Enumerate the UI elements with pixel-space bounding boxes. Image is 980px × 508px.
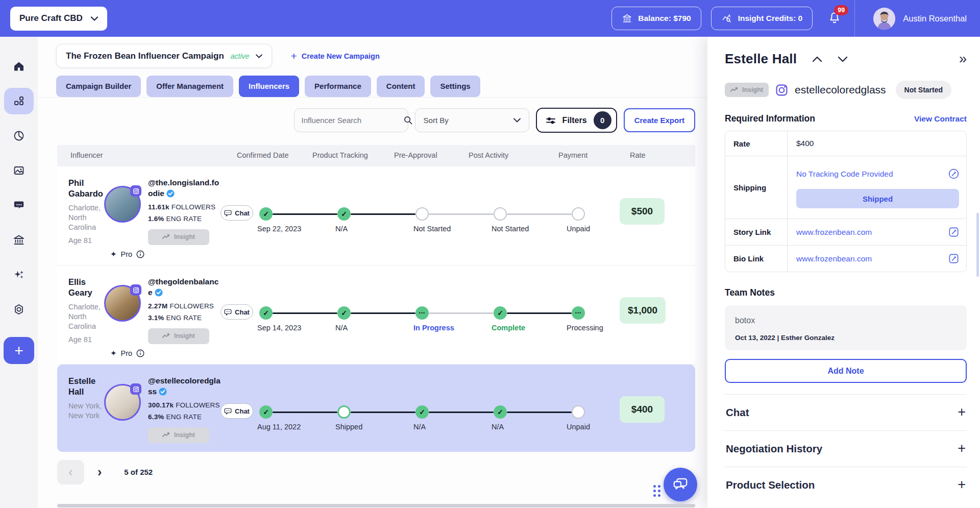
sidebar-item-home[interactable] (4, 53, 34, 80)
sidebar-item-analytics[interactable] (4, 123, 34, 149)
timeline-label: N/A (335, 324, 348, 332)
story-link-row: Story Link www.frozenbean.com (725, 219, 966, 246)
tab-offer-management[interactable]: Offer Management (146, 76, 233, 97)
bio-link-label: Bio Link (725, 246, 788, 272)
insight-button[interactable]: Insight (148, 328, 209, 344)
accordion-product-selection[interactable]: Product Selection + (725, 467, 967, 503)
team-note-card: botox Oct 13, 2022 | Esther Gonzalez (725, 305, 967, 350)
table-row[interactable]: Ellis Geary Charlotte, North Carolina Ag… (57, 265, 695, 365)
table-header: Influencer Confirmed Date Product Tracki… (57, 145, 695, 166)
filters-count-badge: 0 (594, 111, 611, 129)
tab-performance[interactable]: Performance (305, 76, 371, 97)
user-menu[interactable]: Austin Rosenthal (873, 8, 967, 30)
tab-settings[interactable]: Settings (430, 76, 480, 97)
view-contract-link[interactable]: View Contract (914, 114, 967, 124)
chat-button[interactable]: Chat (220, 403, 253, 419)
influencer-handle: @thegoldenbalance (148, 277, 220, 298)
rate-badge: $500 (620, 198, 665, 225)
influencer-search[interactable] (294, 108, 408, 132)
info-icon[interactable] (136, 250, 144, 258)
org-name: Pure Craft CBD (19, 13, 83, 23)
insight-button[interactable]: Insight (148, 427, 209, 443)
accordion-list: Chat + Negotiation History + Product Sel… (725, 394, 967, 503)
edit-icon[interactable] (948, 168, 959, 179)
search-icon (403, 115, 413, 125)
insight-credits-button[interactable]: Insight Credits: 0 (711, 7, 813, 30)
rate-badge: $400 (620, 396, 665, 423)
create-export-button[interactable]: Create Export (624, 108, 695, 132)
sidebar-item-media[interactable] (4, 157, 34, 184)
chat-bubble-icon (13, 199, 25, 211)
timeline-node-tracking (337, 405, 351, 419)
support-chat-fab[interactable] (664, 468, 697, 501)
timeline-label: In Progress (413, 324, 454, 332)
add-note-button[interactable]: Add Note (725, 359, 967, 383)
followers-stat: 300.17k FOLLOWERS (148, 401, 220, 409)
tracking-code-link[interactable]: No Tracking Code Provided (796, 170, 893, 179)
influencer-age: Age 81 (68, 335, 104, 344)
sidebar-item-ai[interactable] (4, 261, 34, 288)
chevron-down-icon (256, 54, 262, 58)
campaign-tabs: Campaign Builder Offer Management Influe… (38, 68, 707, 98)
table-row[interactable]: Estelle Hall New York, New York @estelle… (57, 365, 695, 452)
sparkles-icon (13, 269, 25, 281)
insight-button[interactable]: Insight (725, 83, 769, 97)
timeline-label: N/A (335, 225, 348, 233)
chat-label: Chat (235, 308, 250, 316)
timeline-node-tracking (337, 306, 351, 320)
accordion-negotiation-history[interactable]: Negotiation History + (725, 430, 967, 467)
vertical-scrollbar[interactable] (976, 213, 979, 277)
campaign-selector[interactable]: The Frozen Bean Influencer Campaign acti… (56, 44, 272, 68)
insight-label: Insight (174, 233, 195, 240)
bio-link[interactable]: www.frozenbean.com (796, 254, 872, 263)
insight-button[interactable]: Insight (148, 229, 209, 245)
filters-button[interactable]: Filters 0 (536, 108, 617, 133)
bank-icon (13, 234, 25, 246)
sidebar-item-payments[interactable] (4, 227, 34, 253)
table-row[interactable]: Phil Gabardo Charlotte, North Carolina A… (57, 166, 695, 265)
info-icon[interactable] (136, 349, 144, 357)
previous-page-button[interactable]: ‹ (57, 460, 84, 485)
tab-influencers[interactable]: Influencers (239, 76, 299, 97)
accordion-chat[interactable]: Chat + (725, 394, 967, 430)
timeline-node-confirmed (259, 306, 273, 320)
shipped-button[interactable]: Shipped (796, 189, 959, 208)
search-input[interactable] (302, 116, 403, 125)
edit-icon[interactable] (948, 227, 959, 237)
chevron-up-icon[interactable] (812, 56, 822, 62)
chevron-down-icon[interactable] (838, 56, 848, 62)
sparkle-icon: ✦ (110, 250, 117, 259)
panel-title: Estelle Hall (725, 51, 797, 67)
sidebar-item-dashboard[interactable] (4, 88, 34, 114)
horizontal-scrollbar[interactable] (57, 504, 695, 507)
bio-link-row: Bio Link www.frozenbean.com (725, 246, 966, 272)
influencer-table: Influencer Confirmed Date Product Tracki… (57, 145, 695, 452)
story-link[interactable]: www.frozenbean.com (796, 228, 872, 237)
sidebar-add-button[interactable]: + (4, 337, 34, 364)
accordion-product-label: Product Selection (726, 479, 815, 491)
filters-label: Filters (562, 116, 587, 125)
insight-chart-icon (162, 234, 170, 240)
drag-handle-icon[interactable] (653, 485, 660, 497)
avatar (104, 384, 141, 421)
next-page-button[interactable]: › (97, 465, 102, 479)
verified-icon (155, 288, 163, 297)
sidebar-item-settings[interactable] (4, 296, 34, 323)
chat-button[interactable]: Chat (220, 205, 253, 221)
notifications-button[interactable]: 99 (828, 11, 841, 26)
eng-rate-stat: 6.3% ENG RATE (148, 413, 220, 421)
tab-campaign-builder[interactable]: Campaign Builder (56, 76, 141, 97)
chat-button[interactable]: Chat (220, 304, 253, 320)
tab-content[interactable]: Content (377, 76, 425, 97)
sort-by-select[interactable]: Sort By (415, 108, 529, 132)
timeline-node-postactivity (494, 306, 507, 320)
rate-label: Rate (725, 131, 788, 156)
create-campaign-button[interactable]: + Create New Campaign (290, 51, 379, 61)
collapse-panel-icon[interactable]: » (959, 52, 967, 66)
org-selector[interactable]: Pure Craft CBD (10, 7, 107, 31)
influencer-name: Phil Gabardo (68, 178, 104, 199)
balance-button[interactable]: Balance: $790 (611, 7, 701, 30)
sidebar-item-messages[interactable] (4, 192, 34, 219)
pro-badge: ✦ Pro (110, 349, 144, 358)
edit-icon[interactable] (948, 253, 959, 264)
